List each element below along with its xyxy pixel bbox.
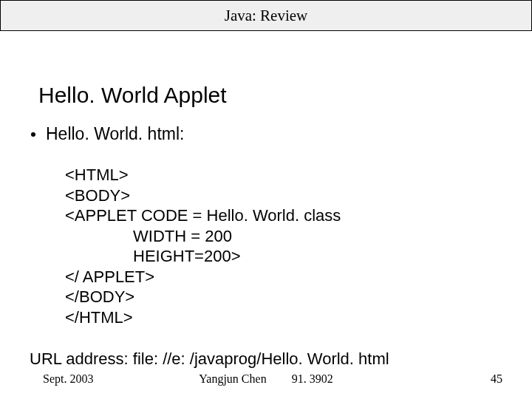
code-line: <BODY> — [65, 185, 502, 206]
header-title: Java: Review — [225, 7, 308, 25]
bullet-item: Hello. World. html: — [30, 124, 502, 144]
footer-course: 91. 3902 — [292, 372, 333, 386]
code-line: HEIGHT=200> — [65, 246, 502, 267]
url-address-line: URL address: file: //e: /javaprog/Hello.… — [30, 349, 502, 369]
slide-footer: Yangjun Chen 91. 3902 Sept. 2003 45 — [0, 372, 532, 386]
slide-content: Hello. World Applet Hello. World. html: … — [0, 31, 532, 369]
code-line: </BODY> — [65, 287, 502, 307]
code-block: <HTML> <BODY> <APPLET CODE = Hello. Worl… — [65, 165, 502, 327]
bullet-text: Hello. World. html: — [46, 124, 184, 144]
code-line: <HTML> — [65, 165, 502, 185]
code-line: </HTML> — [65, 307, 502, 328]
code-line: </ APPLET> — [65, 267, 502, 287]
footer-page-number: 45 — [491, 372, 502, 386]
code-line: <APPLET CODE = Hello. World. class — [65, 205, 502, 226]
code-line: WIDTH = 200 — [65, 226, 502, 247]
bullet-icon — [31, 132, 35, 137]
footer-author: Yangjun Chen — [199, 372, 266, 386]
slide-title: Hello. World Applet — [38, 83, 502, 108]
header-banner: Java: Review — [0, 0, 532, 31]
footer-center: Yangjun Chen 91. 3902 — [0, 372, 532, 386]
